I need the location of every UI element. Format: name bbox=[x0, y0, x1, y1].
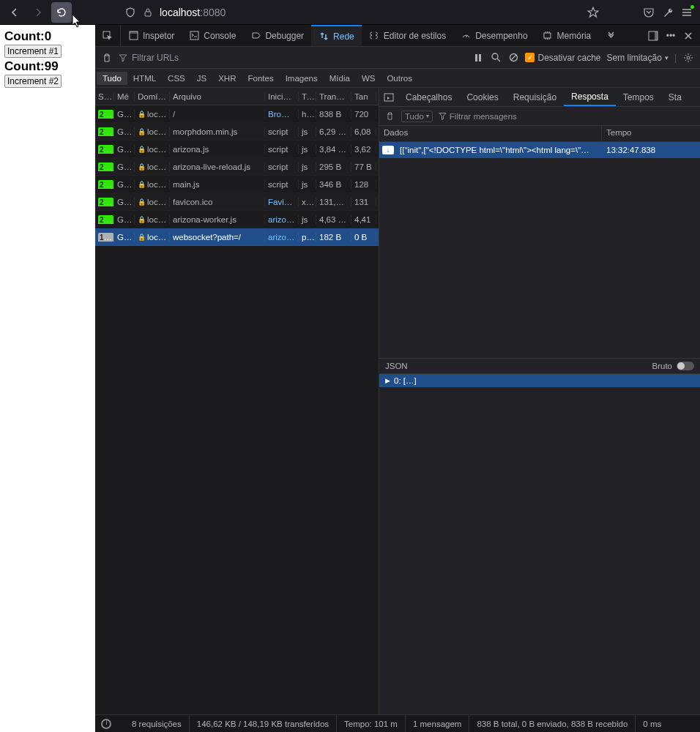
tab-console[interactable]: Console bbox=[182, 25, 243, 46]
status-ms: 0 ms bbox=[636, 715, 669, 732]
settings-gear-icon[interactable] bbox=[682, 52, 694, 64]
bookmark-star-icon[interactable] bbox=[587, 7, 599, 18]
menu-icon[interactable] bbox=[681, 7, 693, 18]
close-devtools-icon[interactable] bbox=[682, 30, 694, 42]
filter-media[interactable]: Mídia bbox=[324, 72, 356, 85]
increment-2-button[interactable]: Increment #2 bbox=[4, 75, 62, 88]
table-row[interactable]: 200GET🔒loc…arizona-live-reload.jsscriptj… bbox=[95, 158, 379, 176]
detail-tab-headers[interactable]: Cabeçalhos bbox=[398, 88, 459, 106]
tab-network[interactable]: Rede bbox=[311, 25, 362, 46]
status-requests: 8 requisições bbox=[124, 715, 190, 732]
svg-rect-5 bbox=[544, 33, 551, 38]
message-type-select[interactable]: Tudo▾ bbox=[401, 111, 433, 122]
table-row[interactable]: 101GET🔒loc…websocket?path=/arizon…plai18… bbox=[95, 228, 379, 246]
filter-xhr[interactable]: XHR bbox=[212, 72, 242, 85]
table-row[interactable]: 200GET🔒loc…arizona.jsscriptjs3,84 KB3,62 bbox=[95, 141, 379, 158]
table-row[interactable]: 200GET🔒loc…morphdom.min.jsscriptjs6,29 K… bbox=[95, 123, 379, 141]
filter-other[interactable]: Outros bbox=[381, 72, 418, 85]
svg-point-12 bbox=[687, 56, 690, 59]
divider: | bbox=[674, 53, 677, 63]
throttle-select[interactable]: Sem limitação▾ bbox=[607, 53, 669, 63]
col-tempo[interactable]: Tempo bbox=[602, 126, 700, 141]
filter-images[interactable]: Imagens bbox=[280, 72, 324, 85]
svg-rect-8 bbox=[475, 54, 477, 61]
detail-headers-icon[interactable] bbox=[379, 88, 398, 106]
detail-tab-cookies[interactable]: Cookies bbox=[459, 88, 505, 106]
tab-style-editor[interactable]: Editor de estilos bbox=[362, 25, 453, 46]
table-row[interactable]: 200GET🔒loc…favicon.icoFavico…x-ico131,8…… bbox=[95, 193, 379, 211]
count-0-label: Count:0 bbox=[4, 29, 91, 44]
svg-rect-4 bbox=[190, 31, 198, 40]
tab-performance[interactable]: Desempenho bbox=[453, 25, 535, 46]
detail-tab-stack[interactable]: Sta bbox=[661, 88, 689, 106]
detail-tab-timings[interactable]: Tempos bbox=[616, 88, 661, 106]
svg-rect-0 bbox=[145, 12, 151, 16]
shield-icon bbox=[124, 7, 136, 18]
tab-inspector[interactable]: Inspetor bbox=[121, 25, 182, 46]
count-99-label: Count:99 bbox=[4, 59, 91, 74]
search-icon[interactable] bbox=[490, 52, 502, 64]
col-dados[interactable]: Dados bbox=[379, 126, 602, 141]
url-bar[interactable]: localhost:8080 bbox=[119, 2, 540, 23]
filter-urls-input[interactable]: Filtrar URLs bbox=[119, 53, 179, 63]
clear-icon[interactable] bbox=[101, 52, 113, 64]
tab-memory[interactable]: Memória bbox=[535, 25, 599, 46]
lock-icon bbox=[142, 7, 154, 18]
more-icon[interactable]: ••• bbox=[665, 30, 677, 42]
filter-all[interactable]: Tudo bbox=[97, 72, 127, 85]
svg-rect-7 bbox=[655, 31, 658, 40]
svg-rect-9 bbox=[479, 54, 481, 61]
ws-message-row[interactable]: ↓ [["init",["<!DOCTYPE html=\"html\"><ht… bbox=[379, 142, 700, 158]
increment-1-button[interactable]: Increment #1 bbox=[4, 45, 62, 58]
table-row[interactable]: 200GET🔒loc…/Brow…htm838 B720 bbox=[95, 105, 379, 123]
status-transferred: 146,62 KB / 148,19 KB transferidos bbox=[190, 715, 337, 732]
svg-rect-13 bbox=[384, 94, 393, 101]
json-label: JSON bbox=[385, 362, 408, 370]
messages-empty-area bbox=[379, 158, 700, 358]
dock-side-icon[interactable] bbox=[647, 30, 659, 42]
arrow-down-icon: ↓ bbox=[382, 146, 394, 154]
pause-icon[interactable] bbox=[472, 52, 484, 64]
disable-cache-checkbox[interactable]: ✓ Desativar cache bbox=[525, 53, 600, 63]
filter-html[interactable]: HTML bbox=[127, 72, 162, 85]
status-bytes: 838 B total, 0 B enviado, 838 B recebido bbox=[469, 715, 636, 732]
status-bar: 8 requisições 146,62 KB / 148,19 KB tran… bbox=[95, 714, 700, 732]
svg-rect-3 bbox=[130, 31, 138, 34]
table-row[interactable]: 200GET🔒loc…arizona-worker.jsarizon…js4,6… bbox=[95, 211, 379, 228]
detail-tab-response[interactable]: Resposta bbox=[564, 88, 616, 106]
filter-ws[interactable]: WS bbox=[356, 72, 381, 85]
forward-button[interactable] bbox=[28, 2, 48, 23]
json-body bbox=[379, 387, 700, 714]
pocket-icon[interactable] bbox=[643, 7, 655, 18]
tabs-overflow[interactable] bbox=[598, 25, 623, 46]
table-header: S… Mé Domí… Arquivo Inicia… Tip Trans… T… bbox=[95, 88, 379, 105]
detail-tab-request[interactable]: Requisição bbox=[506, 88, 564, 106]
raw-toggle[interactable] bbox=[677, 362, 694, 370]
wrench-icon[interactable] bbox=[662, 7, 674, 18]
stopwatch-icon[interactable] bbox=[101, 719, 111, 729]
pick-element-button[interactable] bbox=[95, 25, 121, 46]
page-body: Count:0 Increment #1 Count:99 Increment … bbox=[0, 25, 95, 732]
filter-messages-input[interactable]: Filtrar mensagens bbox=[439, 112, 517, 121]
status-time: Tempo: 101 m bbox=[337, 715, 406, 732]
tab-debugger[interactable]: Debugger bbox=[243, 25, 311, 46]
clear-messages-icon[interactable] bbox=[384, 111, 395, 122]
back-button[interactable] bbox=[4, 2, 25, 23]
reload-button[interactable] bbox=[51, 2, 72, 23]
filter-fonts[interactable]: Fontes bbox=[242, 72, 279, 85]
filter-css[interactable]: CSS bbox=[162, 72, 191, 85]
status-messages: 1 mensagem bbox=[406, 715, 469, 732]
svg-point-10 bbox=[492, 53, 498, 59]
table-row[interactable]: 200GET🔒loc…main.jsscriptjs346 B128 bbox=[95, 176, 379, 193]
block-icon[interactable] bbox=[507, 52, 519, 64]
raw-label: Bruto bbox=[652, 362, 673, 370]
filter-js[interactable]: JS bbox=[191, 72, 212, 85]
url-text: localhost:8080 bbox=[160, 7, 226, 18]
json-array-row[interactable]: ▶0: […] bbox=[379, 374, 700, 387]
